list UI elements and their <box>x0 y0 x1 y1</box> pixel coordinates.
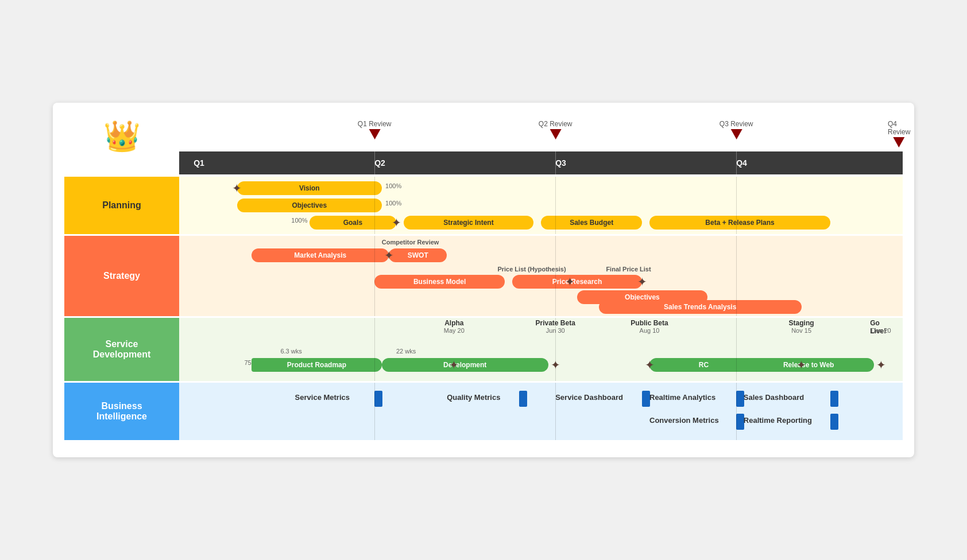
swot-bar: SWOT <box>389 248 447 262</box>
goals-milestone: ✦ <box>389 216 403 230</box>
q4-review-marker: Q4 Review <box>888 120 910 147</box>
realtime-reporting-text: Realtime Reporting <box>744 416 812 425</box>
rc-bar: RC <box>649 358 758 372</box>
q3-review-triangle <box>730 129 742 139</box>
service-row: ServiceDevelopment Alpha May 20 Private … <box>64 318 903 381</box>
business-model-bar: Business Model <box>374 275 505 289</box>
price-milestone: ✦ <box>563 275 577 289</box>
service-metrics-text: Service Metrics <box>295 393 350 402</box>
planning-label: Planning <box>64 177 179 234</box>
service-metrics-rect <box>374 391 382 407</box>
q1-review-label: Q1 Review <box>358 120 392 128</box>
bi-row: BusinessIntelligence Service Metrics Qua… <box>64 383 903 440</box>
final-price-label: Final Price List <box>606 266 651 273</box>
realtime-analytics-text: Realtime Analytics <box>649 393 715 402</box>
q1-review-marker: Q1 Review <box>358 120 392 139</box>
development-bar: Development <box>382 358 548 372</box>
bi-content: Service Metrics Quality Metrics Service … <box>179 383 903 440</box>
staging-label: Staging <box>789 319 814 327</box>
pubbeta-milestone: ✦ <box>643 358 656 372</box>
service-label: ServiceDevelopment <box>64 318 179 381</box>
realtime-reporting-rect <box>830 414 838 430</box>
sales-budget-bar: Sales Budget <box>541 216 642 230</box>
logo: 👑 <box>103 121 141 151</box>
beta-release-bar: Beta + Release Plans <box>649 216 830 230</box>
alpha-date: May 20 <box>444 327 465 334</box>
price-end-milestone: ✦ <box>635 275 649 289</box>
conversion-metrics-text: Conversion Metrics <box>649 416 719 425</box>
staging-date: Nov 15 <box>791 327 811 334</box>
q4-review-triangle <box>893 137 905 147</box>
strategy-label: Strategy <box>64 236 179 316</box>
q2-review-marker: Q2 Review <box>539 120 573 139</box>
q2-review-triangle <box>550 129 561 139</box>
q4-review-label: Q4 Review <box>888 120 910 136</box>
planning-row: Planning Vision ✦ 100% <box>64 177 903 234</box>
wks-22-label: 22 wks <box>396 348 416 355</box>
vision-bar: Vision <box>237 181 382 195</box>
q3-review-label: Q3 Review <box>720 120 753 128</box>
sales-dashboard-rect <box>830 391 838 407</box>
strategy-row: Strategy Competitor Review Market Analys… <box>64 236 903 316</box>
market-analysis-bar: Market Analysis <box>252 248 389 262</box>
golive-milestone: ✦ <box>874 358 888 372</box>
objectives-bar: Objectives <box>237 199 382 212</box>
wks-63-label: 6.3 wks <box>280 348 301 355</box>
q2-label: Q2 <box>374 158 385 168</box>
vision-milestone: ✦ <box>230 181 244 195</box>
strategy-content: Competitor Review Market Analysis SWOT ✦… <box>179 236 903 316</box>
q3-review-marker: Q3 Review <box>720 120 753 139</box>
release-web-bar: Release to Web <box>744 358 874 372</box>
vision-pct: 100% <box>385 182 401 189</box>
quality-metrics-rect <box>519 391 527 407</box>
alpha-milestone: ✦ <box>447 358 461 372</box>
q4-label: Q4 <box>736 158 747 168</box>
q2-review-label: Q2 Review <box>539 120 573 128</box>
product-roadmap-bar: Product Roadmap <box>252 358 382 372</box>
competitor-review-label: Competitor Review <box>382 239 439 246</box>
alpha-label: Alpha <box>444 319 463 327</box>
market-milestone: ✦ <box>382 248 396 262</box>
public-beta-date: Aug 10 <box>640 327 660 334</box>
bi-label: BusinessIntelligence <box>64 383 179 440</box>
q1-label: Q1 <box>194 158 204 168</box>
goals-pct: 100% <box>291 217 307 224</box>
objectives-pct: 100% <box>385 200 401 207</box>
public-beta-label: Public Beta <box>631 319 668 327</box>
price-research-bar: Price Research <box>512 275 643 289</box>
chart-container: 👑 Q1 Review Q2 Review <box>53 103 914 457</box>
service-dashboard-text: Service Dashboard <box>555 393 623 402</box>
sales-dashboard-text: Sales Dashboard <box>744 393 804 402</box>
q3-label: Q3 <box>555 158 566 168</box>
goals-bar: Goals <box>310 216 396 230</box>
planning-content: Vision ✦ 100% Objectives 100% 100% <box>179 177 903 234</box>
quality-metrics-text: Quality Metrics <box>447 393 500 402</box>
staging-milestone: ✦ <box>795 358 809 372</box>
service-content: Alpha May 20 Private Beta Jun 30 Public … <box>179 318 903 381</box>
sales-trends-bar: Sales Trends Analysis <box>599 300 802 314</box>
q1-review-triangle <box>369 129 380 139</box>
strategic-intent-bar: Strategic Intent <box>404 216 534 230</box>
golive-date: Dec 20 <box>871 327 891 334</box>
